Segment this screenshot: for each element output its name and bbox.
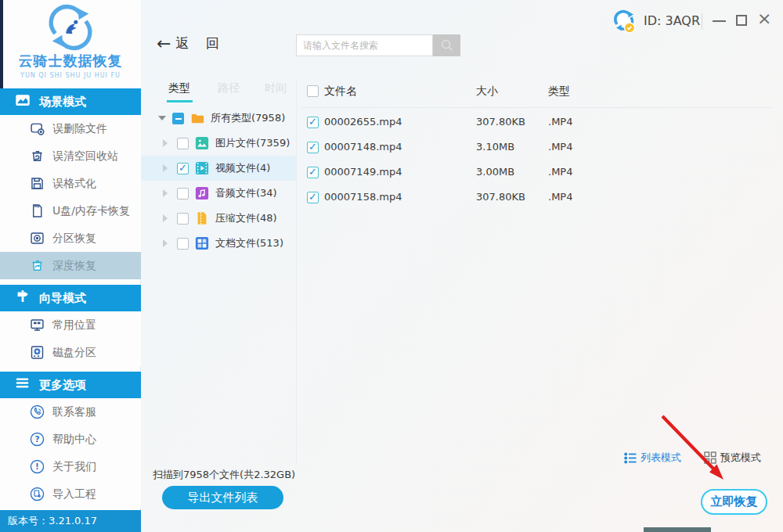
more-options-icon: [14, 375, 31, 395]
sidebar-item-disk-partitions[interactable]: 磁盘分区: [0, 339, 141, 366]
cutoff-tooltip-edge: [644, 527, 711, 532]
table-row[interactable]: 00007148.mp4 3.10MB .MP4: [301, 135, 771, 160]
tree-node-archives[interactable]: 压缩文件(48): [141, 206, 296, 231]
sidebar-item-label: 误删除文件: [52, 122, 107, 136]
document-file-icon: [195, 236, 209, 250]
sidebar-item-wrong-delete[interactable]: 误删除文件: [0, 115, 141, 142]
file-type-tree: 所有类型(7958) 图片文件(7359) 视频文件(4) 音频文件(34): [141, 106, 296, 256]
section-label: 向导模式: [39, 291, 86, 306]
close-icon[interactable]: ×: [757, 10, 771, 27]
back-button[interactable]: ← 返 回: [157, 34, 226, 52]
checkbox-unchecked[interactable]: [177, 213, 189, 225]
file-size: 3.10MB: [476, 141, 514, 153]
sidebar-item-label: 常用位置: [52, 318, 96, 332]
account-badge-icon: [612, 9, 637, 34]
sidebar-item-label: 关于我们: [52, 460, 96, 474]
search-button[interactable]: [433, 34, 460, 56]
list-mode-icon: [624, 452, 637, 464]
tree-node-images[interactable]: 图片文件(7359): [141, 131, 296, 156]
caret-right-icon[interactable]: [163, 214, 168, 222]
file-name: 00002655.mp4: [324, 116, 402, 128]
floppy-disk-icon: [28, 175, 45, 192]
folder-icon: [190, 111, 204, 125]
sidebar-section-more-options[interactable]: 更多选项: [0, 372, 141, 398]
tree-node-all-types[interactable]: 所有类型(7958): [141, 106, 296, 131]
sidebar-item-wrong-format[interactable]: 误格式化: [0, 170, 141, 197]
list-mode-toggle[interactable]: 列表模式: [624, 451, 681, 465]
file-type: .MP4: [548, 191, 572, 203]
tab-path[interactable]: 路径: [218, 81, 240, 95]
caret-right-icon[interactable]: [163, 189, 168, 197]
caret-down-icon[interactable]: [158, 116, 166, 120]
main-panel: ID: 3AQR × ← 返 回 类型 路径 时间: [141, 0, 783, 532]
sidebar-item-usb-sdcard-recovery[interactable]: U盘/内存卡恢复: [0, 197, 141, 225]
tree-node-audio[interactable]: 音频文件(34): [141, 181, 296, 206]
section-label: 更多选项: [39, 378, 86, 393]
checkbox-unchecked[interactable]: [177, 188, 189, 200]
row-checkbox-checked[interactable]: [307, 192, 319, 203]
sidebar-item-help-center[interactable]: ? 帮助中心: [0, 426, 141, 453]
sidebar-item-common-locations[interactable]: 常用位置: [0, 311, 141, 339]
checkbox-unchecked[interactable]: [177, 238, 189, 250]
file-type: .MP4: [548, 116, 572, 128]
preview-mode-label: 预览模式: [720, 451, 761, 465]
guide-mode-icon: [14, 288, 31, 308]
tab-time[interactable]: 时间: [265, 81, 287, 95]
recycle-logo-icon: [46, 3, 95, 52]
tree-node-label: 图片文件(7359): [215, 136, 290, 150]
row-checkbox-checked[interactable]: [307, 167, 319, 178]
sidebar-item-about-us[interactable]: ! 关于我们: [0, 453, 141, 480]
tree-tab-bar: 类型 路径 时间: [141, 81, 296, 103]
list-mode-label: 列表模式: [640, 451, 681, 465]
titlebar-divider: [702, 13, 702, 30]
row-checkbox-checked[interactable]: [307, 117, 319, 128]
sidebar-item-deep-recovery[interactable]: 深度恢复: [0, 252, 141, 279]
file-name: 00007158.mp4: [324, 191, 402, 203]
tree-node-label: 压缩文件(48): [215, 211, 277, 225]
table-row[interactable]: 00007158.mp4 307.80KB .MP4: [301, 185, 771, 210]
recover-now-button[interactable]: 立即恢复: [701, 489, 767, 515]
table-row[interactable]: 00002655.mp4 307.80KB .MP4: [301, 110, 771, 135]
import-project-icon: [28, 486, 45, 503]
svg-text:?: ?: [34, 434, 39, 444]
search-icon: [439, 38, 455, 53]
row-checkbox-checked[interactable]: [307, 142, 319, 153]
maximize-icon[interactable]: [736, 15, 747, 26]
tree-node-videos[interactable]: 视频文件(4): [141, 156, 296, 181]
caret-right-icon[interactable]: [163, 239, 168, 247]
archive-file-icon: [195, 211, 209, 225]
tree-node-documents[interactable]: 文档文件(513): [141, 231, 296, 256]
tab-type[interactable]: 类型: [168, 81, 190, 95]
session-id-label: ID: 3AQR: [644, 13, 700, 28]
preview-mode-toggle[interactable]: 预览模式: [704, 451, 761, 465]
caret-right-icon[interactable]: [163, 164, 168, 172]
scan-status-text: 扫描到7958个文件(共2.32GB): [153, 468, 295, 482]
sidebar-section-guide-mode[interactable]: 向导模式: [0, 285, 141, 311]
sidebar-item-import-project[interactable]: 导入工程: [0, 480, 141, 508]
table-header-row: 文件名 大小 类型: [301, 81, 771, 103]
sidebar-item-contact-support[interactable]: 联系客服: [0, 398, 141, 426]
deep-recovery-icon: [28, 257, 45, 275]
select-all-checkbox[interactable]: [307, 85, 319, 97]
export-file-list-button[interactable]: 导出文件列表: [162, 486, 283, 509]
sidebar-section-scene-mode[interactable]: 场景模式: [0, 88, 141, 115]
monitor-icon: [28, 317, 45, 334]
checkbox-unchecked[interactable]: [177, 138, 189, 149]
column-header-filename: 文件名: [324, 84, 357, 99]
column-header-size: 大小: [476, 84, 498, 99]
search-input[interactable]: [296, 34, 433, 56]
checkbox-checked[interactable]: [177, 163, 189, 174]
panel-divider: [296, 78, 297, 466]
table-row[interactable]: 00007149.mp4 3.00MB .MP4: [301, 160, 771, 185]
sidebar-item-partition-recovery[interactable]: 分区恢复: [0, 225, 141, 252]
checkbox-indeterminate[interactable]: [172, 113, 184, 124]
sidebar: 云骑士数据恢复 YUN QI SHI SHU JU HUI FU 场景模式 误删…: [0, 0, 141, 532]
scene-mode-icon: [14, 92, 31, 112]
caret-right-icon[interactable]: [163, 139, 168, 147]
file-type: .MP4: [548, 166, 572, 178]
sidebar-item-emptied-recycle-bin[interactable]: 误清空回收站: [0, 142, 141, 170]
minimize-icon[interactable]: [713, 20, 726, 22]
tree-node-label: 视频文件(4): [215, 161, 270, 175]
sidebar-item-label: 深度恢复: [52, 259, 96, 273]
memory-card-icon: [28, 203, 45, 220]
